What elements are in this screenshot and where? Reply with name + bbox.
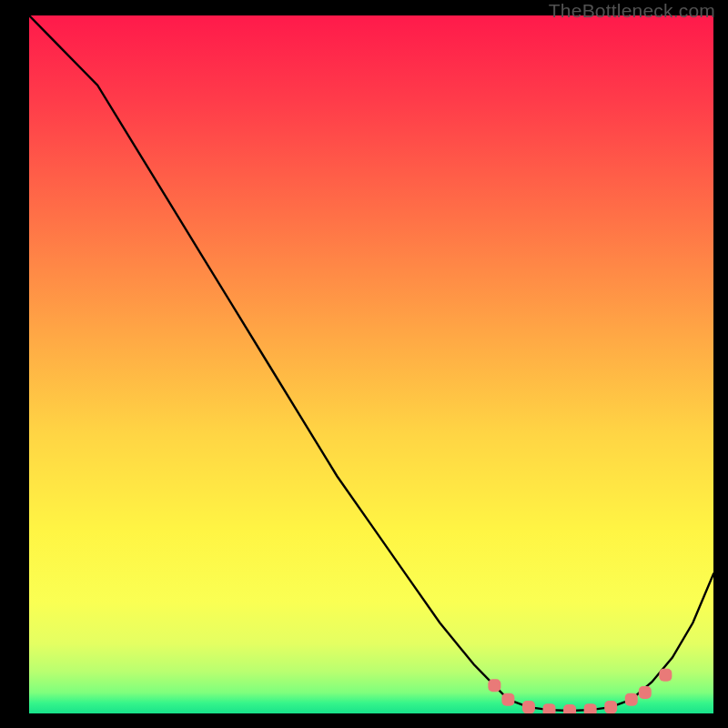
marker-dot	[522, 701, 535, 713]
marker-dot	[659, 669, 672, 682]
watermark-text: TheBottleneck.com	[549, 0, 715, 22]
marker-dot	[639, 686, 652, 699]
optimal-marker-dots	[488, 669, 672, 713]
chart-frame	[29, 15, 713, 713]
marker-dot	[604, 701, 617, 713]
bottleneck-curve	[29, 15, 713, 711]
marker-dot	[543, 703, 556, 713]
marker-dot	[584, 703, 597, 713]
marker-dot	[488, 679, 500, 692]
marker-dot	[625, 693, 638, 706]
marker-dot	[501, 693, 514, 706]
marker-dot	[563, 704, 576, 713]
chart-svg	[29, 15, 713, 713]
